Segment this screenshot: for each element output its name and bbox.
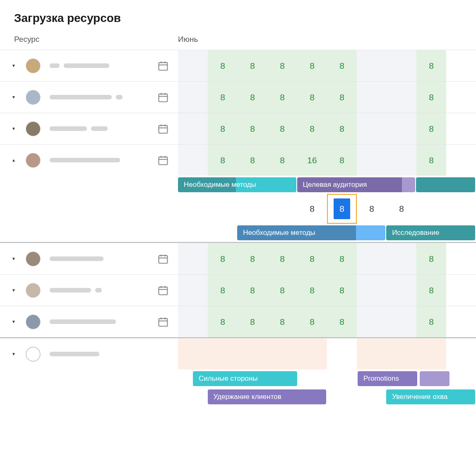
task-bar[interactable] (420, 371, 450, 386)
name-placeholder (50, 319, 116, 324)
hours-cell: 8 (297, 275, 327, 306)
task-bar[interactable] (416, 177, 475, 192)
expand-toggle[interactable]: ▲ (12, 158, 20, 162)
hours-cell: 8 (327, 243, 357, 274)
name-placeholder (50, 95, 112, 99)
task-row: Сильные стороныPromotions (0, 370, 476, 388)
hours-cell: 8 (208, 275, 238, 306)
expand-toggle[interactable]: ▼ (12, 126, 20, 131)
task-bar[interactable]: Необходимые методы (237, 225, 356, 240)
calendar-icon[interactable] (157, 123, 169, 135)
avatar (26, 251, 41, 266)
hours-cell: 8 (238, 275, 267, 306)
calendar-icon[interactable] (157, 92, 169, 103)
calendar-icon[interactable] (157, 60, 169, 72)
expand-toggle[interactable]: ▼ (12, 288, 20, 292)
task-row: Необходимые методыИсследование (0, 224, 476, 242)
avatar (26, 90, 41, 105)
avatar (26, 314, 41, 329)
hours-cell: 8 (267, 145, 297, 176)
hours-cell: 8 (297, 306, 327, 337)
task-row: Удержание клиентовУвеличение охва (0, 388, 476, 406)
hours-cell: 8 (297, 50, 327, 81)
header-resource: Ресурс (14, 35, 178, 44)
task-bar[interactable]: Сильные стороны (193, 371, 297, 386)
day-cell (357, 50, 387, 81)
day-cell (208, 338, 238, 370)
hours-cell: 8 (267, 275, 297, 306)
day-cell (357, 306, 387, 337)
hours-cell: 8 (327, 113, 357, 144)
hours-cell: 8 (297, 113, 327, 144)
day-cell (357, 82, 387, 113)
hours-cell: 8 (297, 243, 327, 274)
day-cell (178, 145, 208, 176)
hours-cell: 8 (267, 306, 297, 337)
task-bar-tail[interactable] (356, 225, 386, 240)
day-cell (387, 306, 416, 337)
expand-toggle[interactable]: ▼ (12, 319, 20, 324)
hours-cell: 8 (297, 82, 327, 113)
hours-cell: 8 (267, 50, 297, 81)
task-bar[interactable]: Исследование (386, 225, 475, 240)
hours-cell: 8 (416, 306, 446, 337)
avatar (26, 153, 41, 168)
task-bar[interactable]: Удержание клиентов (208, 389, 326, 404)
hours-cell: 8 (238, 113, 267, 144)
day-cell (387, 82, 416, 113)
day-cell (178, 50, 208, 81)
name-placeholder (50, 352, 99, 356)
day-cell (178, 194, 208, 224)
day-cell (267, 194, 297, 224)
hours-cell: 8 (267, 113, 297, 144)
day-cell (297, 338, 327, 370)
hours-cell: 8 (267, 82, 297, 113)
task-bar[interactable]: Необходимые методы (178, 177, 296, 192)
hours-cell: 8 (208, 145, 238, 176)
hours-cell: 8 (327, 145, 357, 176)
day-cell (357, 275, 387, 306)
task-bar[interactable]: Promotions (358, 371, 417, 386)
task-bar[interactable]: Целевая аудитория (297, 177, 402, 192)
hours-cell: 8 (267, 243, 297, 274)
expand-toggle[interactable]: ▼ (12, 95, 20, 99)
hours-cell: 8 (357, 194, 387, 224)
calendar-icon[interactable] (157, 253, 169, 265)
hours-cell: 8 (327, 82, 357, 113)
task-bar-tail[interactable] (402, 177, 415, 192)
day-cell (238, 194, 267, 224)
expand-toggle[interactable]: ▼ (12, 63, 20, 68)
hours-cell: 16 (297, 145, 327, 176)
avatar (26, 58, 41, 73)
day-cell (357, 145, 387, 176)
expand-toggle[interactable]: ▼ (12, 352, 20, 356)
name-placeholder (64, 63, 109, 68)
hours-cell: 8 (387, 194, 416, 224)
avatar (26, 283, 41, 298)
highlighted-cell[interactable]: 8 (327, 194, 357, 224)
svg-rect-4 (159, 94, 168, 102)
svg-rect-16 (159, 255, 168, 263)
day-cell (357, 243, 387, 274)
calendar-icon[interactable] (157, 285, 169, 296)
task-bar[interactable]: Увеличение охва (386, 389, 475, 404)
task-row: Необходимые методыЦелевая аудитория (0, 176, 476, 194)
resource-row: ▼ 888888 (0, 113, 476, 144)
name-placeholder (91, 126, 108, 131)
page-title: Загрузка ресурсов (0, 0, 476, 35)
day-cell (267, 338, 297, 370)
hours-cell: 8 (416, 82, 446, 113)
hours-cell: 8 (416, 243, 446, 274)
day-cell (387, 338, 416, 370)
hours-cell: 8 (208, 50, 238, 81)
name-placeholder (50, 256, 103, 261)
calendar-icon[interactable] (157, 155, 169, 166)
resource-row: ▼ 888888 (0, 81, 476, 113)
hours-cell: 8 (208, 82, 238, 113)
svg-rect-0 (159, 62, 168, 70)
day-cell (238, 338, 267, 370)
resource-row: ▼ 888888 (0, 306, 476, 337)
expand-toggle[interactable]: ▼ (12, 256, 20, 261)
calendar-icon[interactable] (157, 316, 169, 328)
hours-cell: 8 (238, 306, 267, 337)
